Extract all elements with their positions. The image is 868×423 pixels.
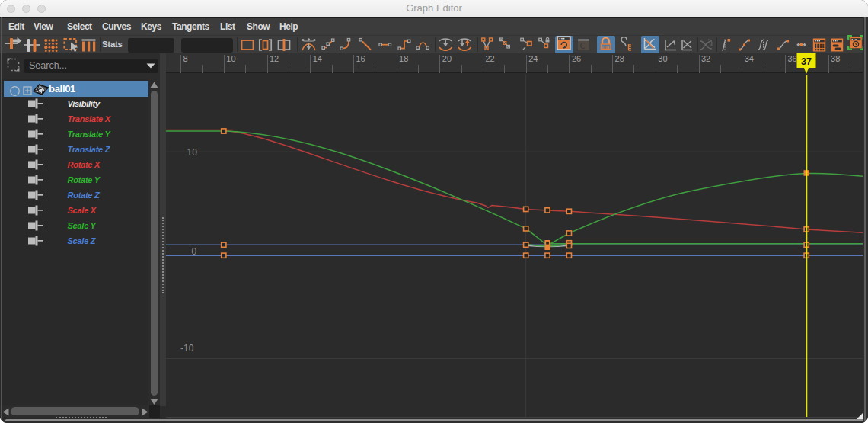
svg-text:37: 37 [801,56,812,67]
svg-text:10: 10 [187,147,198,158]
svg-text:-10: -10 [180,343,194,354]
